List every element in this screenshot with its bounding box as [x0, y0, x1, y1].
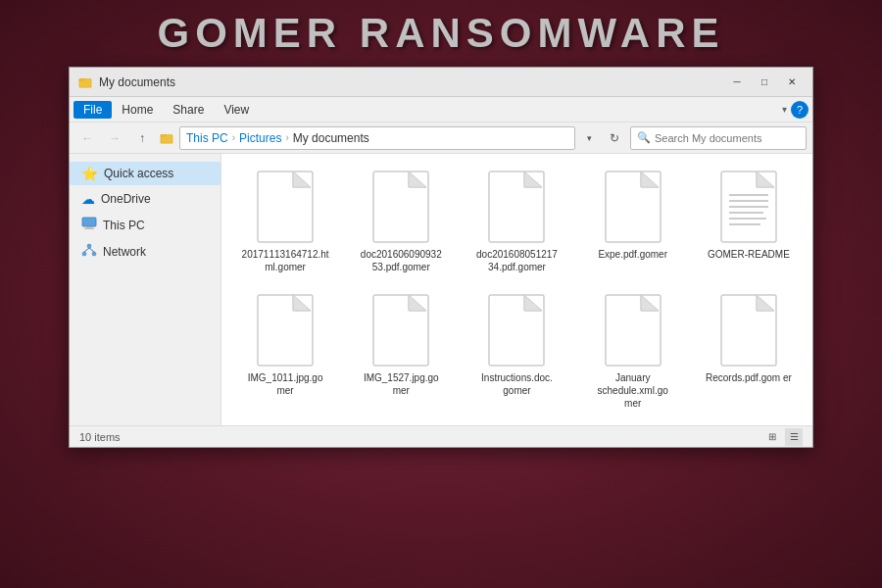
file-name: 20171113164712.html.gomer [241, 248, 329, 273]
address-folder-icon [158, 129, 175, 147]
file-icon [717, 293, 780, 368]
view-detail-button[interactable]: ☰ [785, 428, 803, 446]
explorer-window: My documents ─ □ ✕ File Home Share View … [69, 67, 813, 448]
help-button[interactable]: ? [791, 101, 808, 119]
title-bar-text: My documents [99, 75, 724, 89]
svg-rect-3 [161, 134, 166, 136]
file-item[interactable]: Records.pdf.gom er [695, 287, 803, 416]
file-icon [369, 293, 432, 368]
title-bar-controls: ─ □ ✕ [724, 73, 805, 92]
file-name: Records.pdf.gom er [706, 371, 792, 384]
close-button[interactable]: ✕ [779, 73, 805, 92]
file-item[interactable]: January schedule.xml.go mer [579, 287, 687, 416]
menu-item-home[interactable]: Home [112, 101, 163, 119]
sidebar-item-quick-access[interactable]: ⭐ Quick access [70, 162, 220, 185]
content-area: 20171113164712.html.gomer doc20160609093… [221, 154, 812, 425]
address-sep-1: › [232, 132, 235, 143]
this-pc-icon [81, 217, 97, 233]
sidebar-item-this-pc[interactable]: This PC [70, 213, 220, 237]
svg-point-8 [82, 252, 86, 256]
file-item[interactable]: 20171113164712.html.gomer [231, 164, 339, 279]
file-icon [485, 170, 548, 244]
network-label: Network [103, 245, 146, 259]
svg-point-7 [87, 244, 91, 248]
file-icon [602, 170, 664, 244]
menu-item-view[interactable]: View [214, 101, 259, 119]
menu-item-file[interactable]: File [74, 101, 112, 119]
svg-line-11 [89, 248, 94, 252]
file-name: doc201608051217 34.pdf.gomer [472, 248, 561, 273]
file-name: IMG_1527.jpg.go mer [357, 371, 445, 397]
forward-button[interactable]: → [103, 126, 126, 150]
file-item[interactable]: doc201606090932 53.pdf.gomer [347, 164, 455, 279]
menu-bar: File Home Share View ▾ ? [70, 97, 812, 122]
address-part-thispc: This PC [186, 131, 228, 145]
sidebar: ⭐ Quick access ☁ OneDrive This PC [70, 154, 221, 425]
address-part-pictures: Pictures [239, 131, 281, 145]
view-large-icon-button[interactable]: ⊞ [763, 428, 781, 446]
sidebar-item-onedrive[interactable]: ☁ OneDrive [70, 187, 220, 211]
file-icon [485, 293, 548, 368]
sidebar-item-network[interactable]: Network [70, 239, 220, 264]
address-bar[interactable]: This PC › Pictures › My documents [179, 126, 575, 150]
svg-rect-1 [79, 78, 84, 80]
watermark-title: GOMER RANSOMWARE [158, 10, 725, 57]
quick-access-label: Quick access [104, 167, 173, 180]
address-part-mydocs: My documents [293, 131, 369, 145]
onedrive-label: OneDrive [101, 192, 151, 206]
status-bar: 10 items ⊞ ☰ [70, 425, 812, 447]
back-button[interactable]: ← [75, 126, 99, 150]
svg-rect-4 [82, 218, 96, 226]
file-icon [254, 170, 317, 244]
file-item[interactable]: GOMER-README [695, 164, 803, 279]
title-bar-icon [77, 74, 93, 90]
network-icon [81, 243, 97, 260]
file-item[interactable]: Expe.pdf.gomer [579, 164, 687, 279]
main-area: ⭐ Quick access ☁ OneDrive This PC [70, 154, 812, 425]
file-grid: 20171113164712.html.gomer doc20160609093… [231, 164, 803, 416]
quick-access-icon: ⭐ [81, 166, 98, 181]
file-icon [602, 293, 664, 368]
title-bar: My documents ─ □ ✕ [70, 68, 812, 97]
file-icon [254, 293, 317, 368]
address-sep-2: › [285, 132, 288, 143]
refresh-button[interactable]: ↻ [603, 126, 626, 150]
file-name: Expe.pdf.gomer [598, 248, 667, 261]
search-icon: 🔍 [637, 131, 651, 144]
svg-point-9 [92, 252, 96, 256]
minimize-button[interactable]: ─ [724, 73, 750, 92]
up-button[interactable]: ↑ [130, 126, 154, 150]
file-name: January schedule.xml.go mer [589, 371, 677, 410]
file-item[interactable]: Instructions.doc. gomer [463, 287, 570, 416]
address-dropdown-button[interactable]: ▾ [579, 126, 599, 150]
file-name: Instructions.doc. gomer [472, 371, 561, 397]
maximize-button[interactable]: □ [752, 73, 777, 92]
item-count: 10 items [79, 431, 121, 443]
expand-ribbon-icon[interactable]: ▾ [782, 104, 787, 115]
this-pc-label: This PC [103, 219, 145, 232]
file-name: doc201606090932 53.pdf.gomer [357, 248, 445, 273]
file-icon [717, 170, 780, 244]
file-item[interactable]: IMG_1527.jpg.go mer [347, 287, 455, 416]
onedrive-icon: ☁ [81, 191, 95, 207]
svg-rect-5 [86, 226, 92, 228]
file-name: IMG_1011.jpg.go mer [241, 371, 329, 397]
search-box[interactable]: 🔍 [630, 126, 807, 150]
search-input[interactable] [655, 132, 800, 144]
menu-item-share[interactable]: Share [163, 101, 214, 119]
file-item[interactable]: IMG_1011.jpg.go mer [231, 287, 339, 416]
file-item[interactable]: doc201608051217 34.pdf.gomer [463, 164, 570, 279]
toolbar-bar: ← → ↑ This PC › Pictures › My documents … [70, 122, 812, 154]
file-icon [369, 170, 432, 244]
svg-line-10 [84, 248, 89, 252]
svg-rect-6 [84, 228, 94, 230]
file-name: GOMER-README [708, 248, 790, 261]
